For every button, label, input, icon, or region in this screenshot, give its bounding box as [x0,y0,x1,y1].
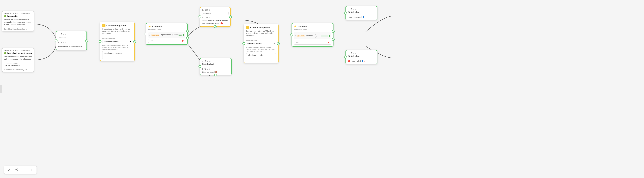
token-conn-left[interactable]: + [198,16,201,18]
condition-2-header: ⚡ Condition Established Rules [292,23,333,31]
token-input-node[interactable]: BIS̶M☺ usertoken BIS̶M☺ Please enter the… [200,7,231,27]
finish-1-conn-left[interactable]: + [198,65,201,68]
token-content: Please enter the CODE sent to your regis… [202,19,229,25]
integration-2-select[interactable]: Integration test - Us... ▾ [246,42,276,45]
lightning-icon-2: ⚡ [294,25,297,28]
zoom-out-button[interactable]: − [21,167,27,172]
integration-1-textarea-label: Enter the message that the user will rec… [102,44,132,50]
integration-node-1[interactable]: ⚡ Custom integration Connect your system… [100,22,135,61]
svg-line-3 [16,170,17,170]
condition-1-conn-top[interactable]: + [186,29,189,32]
msg-start-1-name: 🟢 You send it [4,15,32,17]
integration-1-textarea[interactable]: Checking your username... [102,51,132,59]
finish-fail-conn-left[interactable]: + [344,56,347,59]
finish-fail-title: Finish chat [348,55,375,57]
input-content-toolbar: BIS̶M☺ [58,41,85,44]
condition-1-else[interactable]: Else... [148,39,185,43]
integration-1-select[interactable]: Integration test - Us... ▾ [102,40,132,43]
condition-2-conn-top[interactable]: + [332,30,335,33]
finish-success-status: Login Successful 👤✓ [348,16,375,18]
msg-start-2-custom-value: LOG ME IN TRUORA [2,65,34,68]
msg-start-2-title: Message that starts conversation [4,49,32,51]
integration-2-desc: Connect your system via API with our Wha… [246,30,276,37]
whatsapp-icon-1: 🟢 [4,15,6,17]
condition-node-1[interactable]: ⚡ Condition Established Rules If @Variab… [146,23,188,45]
input-content: Please enter your Username: [58,44,85,48]
integration-2-title: ⚡ Custom integration [246,26,276,29]
condition-2-conn-bottom[interactable]: + [332,38,335,41]
msg-start-2-footer: Select this block to configure [2,68,34,72]
condition-1-title: ⚡ Condition [148,25,185,28]
integration-1-body: Select Integration Integration test - Us… [100,36,134,61]
input-conn-left[interactable]: + [55,39,58,42]
integration-2-body: Select Integration Integration test - Us… [244,38,278,63]
input-conn-right[interactable]: + [85,39,88,42]
finish-success-node[interactable]: BIS̶M☺ Finish chat Login Successful 👤✓ + [346,6,378,20]
token-conn-bottom[interactable]: + [214,25,217,28]
condition-2-rule: If @Variable Validation status is equal … [294,32,331,39]
integration-1-title: ⚡ Custom integration [102,24,132,27]
workflow-canvas: Message that starts conversation 🟢 You s… [0,0,644,178]
condition-1-conn-bottom[interactable]: + [186,37,189,40]
msg-start-node-2[interactable]: Message that starts conversation 🟢 Your … [2,48,34,72]
user-check-icon: 👤✓ [362,16,366,18]
condition-node-2[interactable]: ⚡ Condition Established Rules If @Variab… [292,23,334,47]
finish-1-emoji: 🟤 [215,71,218,73]
input-node-1[interactable]: B I S̶ M ☺ userinput BIS̶M☺ Please enter… [56,31,87,50]
finish-fail-body: 🔴 Login Failed 👤✗ [346,58,377,64]
integration-1-conn-right[interactable]: + [133,40,136,43]
msg-start-2-body: The conversation is activated when a cli… [2,55,34,62]
input-toolbar: B I S̶ M ☺ [58,33,85,36]
input-title-field[interactable]: userinput [58,36,85,39]
condition-1-subtitle: Established Rules [148,28,185,30]
red-dot-icon: 🔴 [348,60,350,62]
condition-1-rule: If @Variable Request status code is equa… [148,32,185,38]
condition-1-conn-left[interactable]: + [144,33,147,35]
finish-success-title: Finish chat [348,11,375,13]
expand-button[interactable]: ⤢ [6,167,12,172]
condition-1-field: Request status code [160,33,171,37]
condition-2-field: Validation status [306,34,314,38]
zoom-in-button[interactable]: + [29,167,34,172]
integration-2-conn-left[interactable]: + [242,42,245,45]
finish-fail-node[interactable]: BIS̶M☺ Finish chat 🔴 Login Failed 👤✗ + [346,50,378,64]
token-conn-right[interactable]: + [229,16,232,18]
whatsapp-icon-2: 🟢 [4,52,6,54]
integration-1-desc: Connect your system via API with our Wha… [102,28,132,35]
condition-2-title: ⚡ Condition [294,25,331,28]
integration-1-header: ⚡ Custom integration Connect your system… [100,22,134,36]
condition-2-var: @Variable [296,35,305,37]
token-body: BIS̶M☺ Please enter the CODE sent to you… [200,16,230,26]
left-panel-tab[interactable]: › [0,85,2,93]
finish-fail-header: BIS̶M☺ Finish chat [346,50,377,58]
share-button[interactable] [14,167,19,172]
finish-success-conn-left[interactable]: + [344,12,347,15]
integration-2-header: ⚡ Custom integration Connect your system… [244,24,278,38]
finish-success-toolbar: BIS̶M☺ [348,8,375,11]
condition-2-red-dot [328,42,329,43]
finish-1-conn-bottom[interactable]: + [214,74,217,76]
integration-2-conn-right[interactable]: + [277,42,280,45]
msg-start-node-1[interactable]: Message that starts conversation 🟢 You s… [2,11,34,31]
condition-2-conn-left[interactable]: + [290,33,293,36]
condition-1-header: ⚡ Condition Established Rules [146,23,187,31]
condition-2-val: success [321,35,328,37]
finish-1-header: BIS̶M☺ Finish chat [200,58,231,66]
token-code-bold: CODE [216,20,222,22]
user-x-icon: 👤✗ [362,60,365,62]
finish-success-body: Login Successful 👤✓ [346,14,377,20]
integration-2-select-label: Select Integration [246,39,276,41]
token-title[interactable]: usertoken [202,12,229,15]
bottom-toolbar: ⤢ − + [4,165,37,174]
finish-1-content: User not found 🟤 [202,71,229,73]
svg-point-1 [16,169,16,170]
msg-start-2-custom-label: Custom message [2,62,34,65]
msg-start-2-name: 🟢 Your client sends it to you [4,52,32,54]
finish-node-1[interactable]: BIS̶M☺ Finish chat BIS̶M☺ User not found… [200,58,232,75]
condition-2-else[interactable]: Else... [294,41,331,45]
integration-2-textarea[interactable]: Validating your code... [246,53,276,61]
svg-point-0 [17,168,18,169]
integration-1-conn-left[interactable]: + [99,40,102,43]
integration-node-2[interactable]: ⚡ Custom integration Connect your system… [244,24,278,63]
token-toolbar: BIS̶M☺ [202,9,229,12]
